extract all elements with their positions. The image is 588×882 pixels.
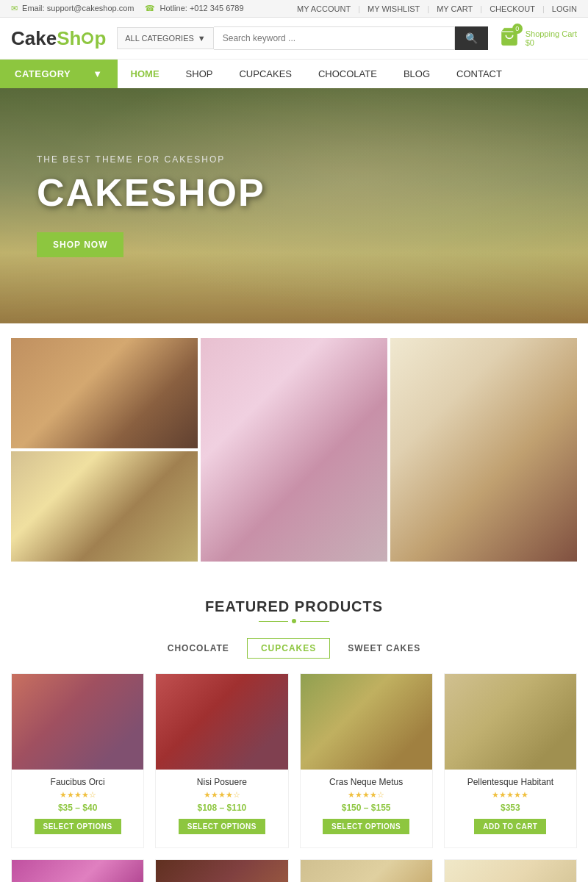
email-info: ✉ Email: support@cakeshop.com: [11, 4, 134, 13]
my-account-link[interactable]: MY ACCOUNT: [297, 4, 351, 13]
product-price-4: $353: [451, 803, 570, 813]
top-bar-links: MY ACCOUNT | MY WISHLIST | MY CART | CHE…: [297, 4, 577, 13]
header: CakeShp ALL CATEGORIES ▼ 🔍 0 Shopping Ca…: [0, 18, 588, 59]
section-divider: [11, 619, 577, 623]
hero-title: CAKESHOP: [37, 172, 265, 214]
product-tabs: CHOCOLATE CUPCAKES SWEET CAKES: [11, 638, 577, 659]
product-name-1: Faucibus Orci: [18, 777, 137, 787]
divider-dot: [292, 619, 296, 623]
product-card-1: Faucibus Orci ★★★★☆ $35 – $40 SELECT OPT…: [11, 673, 144, 848]
product-card-7: Etiam Gravida ★★★★☆: [300, 859, 433, 882]
product-image-7: [301, 860, 432, 882]
product-price-2: $108 – $110: [162, 803, 282, 813]
logo-accent: Sh: [57, 27, 81, 49]
product-stars-4: ★★★★★: [451, 790, 570, 800]
product-card-6: Nunc Facilisis ★★★★☆: [155, 859, 288, 882]
login-link[interactable]: LOGIN: [552, 4, 577, 13]
cart-label: Shopping Cart: [526, 29, 577, 38]
nav-contact[interactable]: CONTACT: [443, 60, 515, 88]
cart-area[interactable]: 0 Shopping Cart $0: [499, 26, 577, 50]
product-info-3: Cras Neque Metus ★★★★☆ $150 – $155 SELEC…: [301, 770, 432, 847]
nav-blog[interactable]: BLOG: [390, 60, 443, 88]
product-image-6: [156, 860, 287, 882]
product-info-4: Pellentesque Habitant ★★★★★ $353 ADD TO …: [445, 770, 576, 847]
chevron-down-icon: ▼: [198, 34, 206, 43]
phone-info: ☎ Hotline: +012 345 6789: [145, 4, 243, 13]
tab-sweet-cakes[interactable]: SWEET CAKES: [334, 638, 434, 659]
email-text: Email: support@cakeshop.com: [22, 4, 134, 12]
product-image-1: [12, 674, 143, 770]
product-image-5: [12, 860, 143, 882]
category-btn-label: CATEGORY: [15, 68, 71, 79]
cart-price: $0: [526, 38, 577, 47]
shop-now-button[interactable]: SHOP NOW: [37, 232, 123, 257]
nav-chocolate[interactable]: CHOCOLATE: [305, 60, 390, 88]
product-stars-3: ★★★★☆: [306, 790, 426, 800]
featured-products-section: FEATURED PRODUCTS CHOCOLATE CUPCAKES SWE…: [0, 576, 588, 882]
search-button[interactable]: 🔍: [455, 26, 488, 50]
gallery-section: [0, 323, 588, 576]
checkout-link[interactable]: CHECKOUT: [490, 4, 535, 13]
add-to-cart-btn-4[interactable]: ADD TO CART: [474, 819, 546, 834]
hero-subtitle: THE BEST THEME FOR CAKESHOP: [37, 154, 265, 165]
product-card-2: Nisi Posuere ★★★★☆ $108 – $110 SELECT OP…: [155, 673, 288, 848]
gallery-item-pancakes: [11, 338, 198, 448]
product-name-4: Pellentesque Habitant: [451, 777, 570, 787]
product-price-1: $35 – $40: [18, 803, 137, 813]
nav-bar: CATEGORY ▼ HOME SHOP CUPCAKES CHOCOLATE …: [0, 59, 588, 88]
nav-shop[interactable]: SHOP: [173, 60, 226, 88]
search-area: ALL CATEGORIES ▼ 🔍: [117, 26, 487, 50]
nav-links: HOME SHOP CUPCAKES CHOCOLATE BLOG CONTAC…: [118, 60, 515, 88]
featured-title: FEATURED PRODUCTS: [11, 598, 577, 615]
gallery-item-heart: [11, 451, 198, 562]
tab-cupcakes[interactable]: CUPCAKES: [247, 638, 330, 659]
product-image-2: [156, 674, 287, 770]
product-card-3: Cras Neque Metus ★★★★☆ $150 – $155 SELEC…: [300, 673, 433, 848]
product-info-2: Nisi Posuere ★★★★☆ $108 – $110 SELECT OP…: [156, 770, 287, 847]
product-image-3: [301, 674, 432, 770]
product-card-4: Pellentesque Habitant ★★★★★ $353 ADD TO …: [444, 673, 577, 848]
product-stars-2: ★★★★☆: [162, 790, 282, 800]
category-dropdown[interactable]: ALL CATEGORIES ▼: [117, 27, 213, 49]
cart-badge: 0: [512, 24, 523, 34]
chevron-down-icon: ▼: [93, 68, 102, 79]
tab-chocolate[interactable]: CHOCOLATE: [154, 638, 243, 659]
cart-icon-wrap: 0: [499, 26, 520, 50]
phone-icon: ☎: [145, 4, 155, 12]
my-wishlist-link[interactable]: MY WISHLIST: [368, 4, 420, 13]
product-card-8: Donec Ac Tempus ★★★★☆: [444, 859, 577, 882]
product-stars-1: ★★★★☆: [18, 790, 137, 800]
email-icon: ✉: [11, 4, 18, 12]
logo[interactable]: CakeShp: [11, 27, 106, 50]
select-options-btn-2[interactable]: SELECT OPTIONS: [179, 819, 265, 834]
phone-text: Hotline: +012 345 6789: [160, 4, 244, 12]
product-image-4: [445, 674, 576, 770]
top-bar-contact: ✉ Email: support@cakeshop.com ☎ Hotline:…: [11, 4, 244, 13]
product-info-1: Faucibus Orci ★★★★☆ $35 – $40 SELECT OPT…: [12, 770, 143, 847]
search-input[interactable]: [214, 26, 455, 50]
top-bar: ✉ Email: support@cakeshop.com ☎ Hotline:…: [0, 0, 588, 18]
logo-o-icon: [82, 32, 93, 44]
gallery-item-pink-cake: [201, 338, 387, 562]
product-price-3: $150 – $155: [306, 803, 426, 813]
gallery-item-cheesecake: [390, 338, 577, 562]
search-icon: 🔍: [465, 32, 478, 44]
cart-text: Shopping Cart $0: [526, 29, 577, 47]
product-image-8: [445, 860, 576, 882]
category-menu-button[interactable]: CATEGORY ▼: [0, 60, 118, 88]
category-label: ALL CATEGORIES: [125, 34, 194, 43]
select-options-btn-3[interactable]: SELECT OPTIONS: [323, 819, 409, 834]
product-name-3: Cras Neque Metus: [306, 777, 426, 787]
nav-home[interactable]: HOME: [118, 60, 173, 88]
product-card-5: Fermentum ★★★★☆: [11, 859, 144, 882]
hero-section: THE BEST THEME FOR CAKESHOP CAKESHOP SHO…: [0, 88, 588, 323]
select-options-btn-1[interactable]: SELECT OPTIONS: [35, 819, 121, 834]
product-name-2: Nisi Posuere: [162, 777, 282, 787]
hero-content: THE BEST THEME FOR CAKESHOP CAKESHOP SHO…: [37, 154, 265, 257]
product-grid-row1: Faucibus Orci ★★★★☆ $35 – $40 SELECT OPT…: [11, 673, 577, 848]
logo-p: p: [94, 27, 106, 49]
product-grid-row2: Fermentum ★★★★☆ Nunc Facilisis ★★★★☆ Eti…: [11, 859, 577, 882]
my-cart-link[interactable]: MY CART: [437, 4, 473, 13]
nav-cupcakes[interactable]: CUPCAKES: [226, 60, 305, 88]
